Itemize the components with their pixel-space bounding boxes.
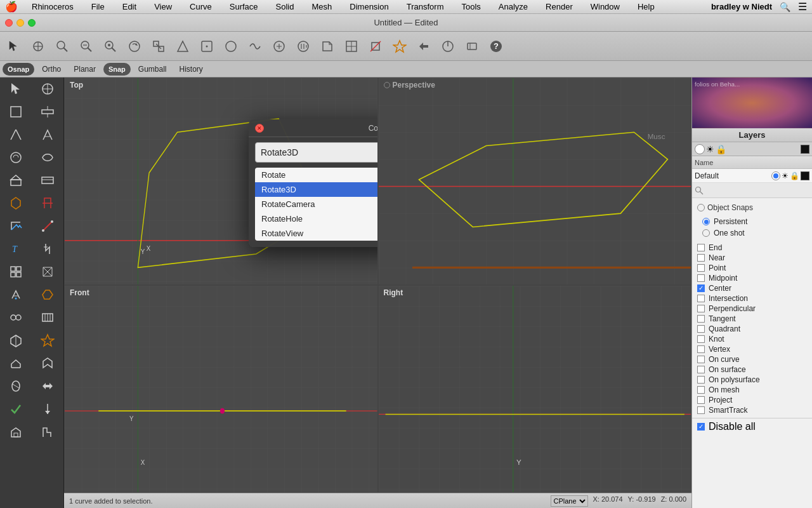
layer-color-swatch[interactable] bbox=[801, 171, 809, 180]
lt-tool-25[interactable] bbox=[0, 352, 32, 375]
menu-window[interactable]: Window bbox=[587, 2, 624, 11]
cmd-result-rotatehole[interactable]: RotateHole bbox=[255, 211, 378, 226]
tool-5[interactable] bbox=[99, 35, 122, 58]
osnap-button[interactable]: Osnap bbox=[3, 63, 34, 76]
cmd-result-rotatecamera[interactable]: RotateCamera bbox=[255, 197, 378, 211]
zoom-button[interactable] bbox=[28, 19, 36, 27]
layer-sun-icon[interactable]: ☀ bbox=[782, 171, 789, 180]
history-button[interactable]: History bbox=[174, 63, 208, 76]
lt-tool-6[interactable] bbox=[32, 123, 63, 146]
close-button[interactable] bbox=[5, 19, 13, 27]
menu-mesh[interactable]: Mesh bbox=[308, 2, 336, 11]
help-tool[interactable]: ? bbox=[485, 35, 508, 58]
tool-7[interactable] bbox=[147, 35, 170, 58]
snap-vertex[interactable]: Vertex bbox=[692, 344, 812, 354]
layer-visible-icon[interactable] bbox=[771, 171, 780, 180]
lt-tool-17[interactable] bbox=[0, 260, 32, 283]
lt-tool-22[interactable] bbox=[32, 306, 63, 329]
layer-tool-1[interactable] bbox=[695, 144, 705, 154]
tool-18[interactable] bbox=[412, 35, 435, 58]
tool-17[interactable] bbox=[388, 35, 411, 58]
cmd-result-rotateview[interactable]: RotateView bbox=[255, 226, 378, 241]
snap-on-curve[interactable]: On curve bbox=[692, 354, 812, 364]
tool-11[interactable] bbox=[244, 35, 266, 58]
dialog-close-button[interactable]: ✕ bbox=[255, 124, 264, 133]
layer-default[interactable]: Default ☀ 🔒 bbox=[692, 169, 812, 183]
snap-button[interactable]: Snap bbox=[103, 63, 131, 76]
snap-intersection[interactable]: Intersection bbox=[692, 293, 812, 304]
tool-12[interactable] bbox=[268, 35, 291, 58]
lt-tool-29[interactable] bbox=[0, 398, 32, 420]
tool-13[interactable] bbox=[292, 35, 315, 58]
lt-tool-2[interactable] bbox=[32, 77, 63, 100]
lt-tool-9[interactable] bbox=[0, 169, 32, 192]
lt-tool-32[interactable] bbox=[32, 420, 63, 443]
viewport-perspective[interactable]: Perspective bbox=[378, 77, 692, 285]
layer-tool-2[interactable]: ☀ bbox=[706, 144, 714, 154]
lt-tool-28[interactable] bbox=[32, 375, 63, 398]
lt-tool-11[interactable] bbox=[0, 192, 32, 215]
lt-tool-16[interactable] bbox=[32, 237, 63, 260]
menu-dimension[interactable]: Dimension bbox=[346, 2, 392, 11]
menu-curve[interactable]: Curve bbox=[186, 2, 216, 11]
menu-analyze[interactable]: Analyze bbox=[495, 2, 532, 11]
snap-smarttrack[interactable]: SmartTrack bbox=[692, 405, 812, 415]
lt-tool-14[interactable] bbox=[32, 215, 63, 237]
menu-surface[interactable]: Surface bbox=[226, 2, 262, 11]
cmd-result-rotate3d[interactable]: Rotate3D bbox=[255, 182, 378, 197]
snap-end[interactable]: End bbox=[692, 243, 812, 253]
lt-select[interactable] bbox=[0, 77, 32, 100]
tool-4[interactable] bbox=[75, 35, 98, 58]
tool-3[interactable] bbox=[51, 35, 74, 58]
lt-tool-27[interactable] bbox=[0, 375, 32, 398]
snap-perpendicular[interactable]: Perpendicular bbox=[692, 304, 812, 314]
snap-quadrant[interactable]: Quadrant bbox=[692, 324, 812, 334]
menu-icon[interactable]: ☰ bbox=[798, 1, 807, 13]
gumball-button[interactable]: Gumball bbox=[133, 63, 172, 76]
select-tool[interactable] bbox=[3, 35, 25, 58]
menu-rhinoceros[interactable]: Rhinoceros bbox=[28, 2, 77, 11]
menu-file[interactable]: File bbox=[88, 2, 108, 11]
viewport-top[interactable]: Top bbox=[64, 77, 378, 285]
snap-point[interactable]: Point bbox=[692, 263, 812, 273]
lt-tool-18[interactable] bbox=[32, 260, 63, 283]
tool-6[interactable] bbox=[123, 35, 146, 58]
lt-tool-21[interactable] bbox=[0, 306, 32, 329]
lt-tool-26[interactable] bbox=[32, 352, 63, 375]
snap-tangent[interactable]: Tangent bbox=[692, 314, 812, 324]
tool-9[interactable] bbox=[195, 35, 218, 58]
menu-view[interactable]: View bbox=[150, 2, 176, 11]
lt-tool-23[interactable] bbox=[0, 329, 32, 352]
tool-10[interactable] bbox=[219, 35, 242, 58]
cplane-select[interactable]: CPlane bbox=[551, 495, 588, 507]
menu-tools[interactable]: Tools bbox=[457, 2, 484, 11]
lt-tool-7[interactable] bbox=[0, 146, 32, 169]
snap-midpoint[interactable]: Midpoint bbox=[692, 273, 812, 283]
lt-tool-10[interactable] bbox=[32, 169, 63, 192]
lt-tool-8[interactable] bbox=[32, 146, 63, 169]
lt-tool-3[interactable] bbox=[0, 100, 32, 123]
lt-tool-31[interactable] bbox=[0, 420, 32, 443]
lt-tool-5[interactable] bbox=[0, 123, 32, 146]
snap-knot[interactable]: Knot bbox=[692, 334, 812, 344]
layer-tool-3[interactable]: 🔒 bbox=[716, 144, 726, 154]
lt-tool-30[interactable] bbox=[32, 398, 63, 420]
ortho-button[interactable]: Ortho bbox=[37, 63, 66, 76]
viewport-front[interactable]: Front X Y bbox=[64, 285, 378, 493]
snap-on-polysurface[interactable]: On polysurface bbox=[692, 375, 812, 385]
snap-center[interactable]: Center bbox=[692, 283, 812, 293]
menu-edit[interactable]: Edit bbox=[119, 2, 140, 11]
command-search-input[interactable] bbox=[255, 142, 378, 163]
snap-near[interactable]: Near bbox=[692, 253, 812, 263]
layer-lock-icon[interactable]: 🔒 bbox=[790, 171, 799, 180]
snap-on-mesh[interactable]: On mesh bbox=[692, 385, 812, 395]
tool-19[interactable] bbox=[436, 35, 459, 58]
cmd-result-rotate[interactable]: Rotate bbox=[255, 168, 378, 182]
lt-tool-13[interactable] bbox=[0, 215, 32, 237]
lt-tool-4[interactable] bbox=[32, 100, 63, 123]
search-icon-top[interactable]: 🔍 bbox=[780, 2, 790, 12]
tool-2[interactable] bbox=[27, 35, 49, 58]
tool-20[interactable] bbox=[461, 35, 483, 58]
lt-tool-12[interactable] bbox=[32, 192, 63, 215]
layer-tool-4[interactable] bbox=[801, 145, 809, 154]
